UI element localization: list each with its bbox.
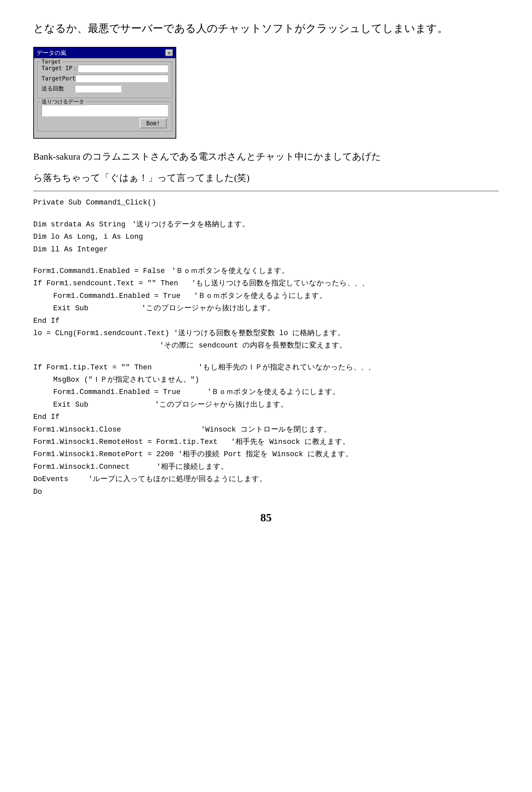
- target-ip-input[interactable]: [78, 65, 168, 72]
- code-dim1: Dim strdata As String '送りつけるデータを格納します。: [33, 218, 499, 231]
- code-line14: DoEvents 'ループに入ってもほかに処理が回るようにします。: [33, 473, 499, 485]
- line3-text: Form1.Command1.Enabled = True: [53, 290, 180, 302]
- dialog-titlebar: データの嵐 ×: [34, 47, 175, 58]
- chat-text-1: Bank-sakura のコラムニストさんである電スポさんとチャット中にかまして…: [33, 149, 499, 165]
- target-port-input[interactable]: [75, 75, 168, 82]
- line6-comment: 'もし相手先のＩＰが指定されていなかったら、、、: [198, 362, 375, 374]
- code-dim2: Dim lo As Long, i As Long: [33, 231, 499, 243]
- endif1-text: End If: [33, 315, 59, 327]
- page-number: 85: [33, 511, 499, 524]
- data-group-label: 送りつけるデータ: [40, 98, 86, 105]
- code-dim3: Dim ll As Integer: [33, 244, 499, 256]
- line10-text: Form1.Winsock1.Close: [33, 424, 121, 436]
- dim3-text: Dim ll As Integer: [33, 244, 108, 256]
- code-line4: Exit Sub 'このプロシージャから抜け出します。: [33, 302, 499, 314]
- dialog-body: Target Target IP： TargetPort 送る回数 送りつけるデ…: [34, 58, 175, 138]
- dialog-window: データの嵐 × Target Target IP： TargetPort 送る回…: [33, 47, 176, 139]
- target-group: Target Target IP： TargetPort 送る回数: [37, 61, 172, 98]
- code-line15: Do: [33, 486, 499, 498]
- code-line2: If Form1.sendcount.Text = "" Then 'もし送りつ…: [33, 277, 499, 290]
- line10-comment: 'Winsock コントロールを閉じます。: [201, 424, 331, 436]
- divider: [33, 191, 499, 191]
- line11-comment: '相手先を Winsock に教えます。: [231, 436, 350, 448]
- dialog-title: データの嵐: [37, 49, 66, 57]
- line14-comment: 'ループに入ってもほかに処理が回るようにします。: [89, 473, 267, 485]
- target-ip-label: Target IP：: [41, 64, 78, 72]
- line9-text: Exit Sub: [53, 399, 89, 411]
- code-endif2: End If: [33, 411, 499, 423]
- target-port-field: TargetPort: [41, 75, 168, 82]
- endif2-text: End If: [33, 411, 59, 423]
- line14-text: DoEvents: [33, 473, 69, 485]
- sub-header-text: Private Sub Command1_Click(): [33, 196, 156, 209]
- bom-button[interactable]: Bom!: [140, 118, 167, 128]
- line1-comment: 'Ｂｏｍボタンを使えなくします。: [172, 265, 289, 277]
- line7-text: MsgBox ("ＩＰが指定されていません。"): [53, 374, 199, 386]
- line5b-comment: 'その際に sendcount の内容を長整数型に変えます。: [159, 340, 347, 352]
- code-line5b: 'その際に sendcount の内容を長整数型に変えます。: [33, 340, 499, 352]
- line8-text: Form1.Command1.Enabled = True: [53, 386, 180, 398]
- code-line11: Form1.Winsock1.RemoteHost = Form1.tip.Te…: [33, 436, 499, 448]
- target-ip-field: Target IP：: [41, 64, 168, 72]
- dim1-text: Dim strdata As String: [33, 218, 125, 231]
- page-content: となるか、最悪でサーバーである人のチャットソフトがクラッシュしてしまいます。 デ…: [33, 20, 499, 524]
- line6-text: If Form1.tip.Text = "" Then: [33, 362, 152, 374]
- line4-comment: 'このプロシージャから抜け出します。: [141, 302, 274, 314]
- target-group-label: Target: [40, 59, 62, 65]
- intro-text: となるか、最悪でサーバーである人のチャットソフトがクラッシュしてしまいます。: [33, 20, 499, 37]
- code-line10: Form1.Winsock1.Close 'Winsock コントロールを閉じま…: [33, 424, 499, 436]
- code-endif1: End If: [33, 315, 499, 327]
- send-count-label: 送る回数: [41, 85, 75, 93]
- blank-line-3: [33, 352, 499, 362]
- data-group: 送りつけるデータ Bom!: [37, 101, 172, 131]
- line8-comment: 'Ｂｏｍボタンを使えるようにします。: [207, 386, 340, 398]
- data-input[interactable]: [41, 104, 168, 116]
- line4-text: Exit Sub: [53, 302, 89, 314]
- line2-comment: 'もし送りつける回数を指定していなかったら、、、: [191, 277, 369, 290]
- line13-comment: '相手に接続します。: [156, 461, 228, 473]
- line9-comment: 'このプロシージャから抜け出します。: [155, 399, 288, 411]
- code-sub-header: Private Sub Command1_Click(): [33, 196, 499, 209]
- blank-line-2: [33, 256, 499, 265]
- dim1-comment: '送りつけるデータを格納します。: [132, 218, 249, 231]
- code-line12: Form1.Winsock1.RemotePort = 2200 '相手の接続 …: [33, 448, 499, 461]
- code-line13: Form1.Winsock1.Connect '相手に接続します。: [33, 461, 499, 473]
- code-line8: Form1.Command1.Enabled = True 'Ｂｏｍボタンを使え…: [33, 386, 499, 398]
- line15-text: Do: [33, 486, 42, 498]
- line11-text: Form1.Winsock1.RemoteHost = Form1.tip.Te…: [33, 436, 218, 448]
- code-line6: If Form1.tip.Text = "" Then 'もし相手先のＩＰが指定…: [33, 362, 499, 374]
- code-line9: Exit Sub 'このプロシージャから抜け出します。: [33, 399, 499, 411]
- line5-text: lo = CLng(Form1.sendcount.Text) '送りつける回数…: [33, 327, 345, 340]
- line13-text: Form1.Winsock1.Connect: [33, 461, 130, 473]
- button-row: Bom!: [41, 118, 168, 128]
- line12-text: Form1.Winsock1.RemotePort = 2200 '相手の接続 …: [33, 448, 353, 461]
- line3-comment: 'Ｂｏｍボタンを使えるようにします。: [194, 290, 326, 302]
- send-count-field: 送る回数: [41, 85, 168, 93]
- line2-text: If Form1.sendcount.Text = "" Then: [33, 277, 178, 290]
- code-line1: Form1.Command1.Enabled = False 'Ｂｏｍボタンを使…: [33, 265, 499, 277]
- dialog-close-button[interactable]: ×: [166, 50, 173, 56]
- blank-line-1: [33, 209, 499, 218]
- code-section: Private Sub Command1_Click() Dim strdata…: [33, 196, 499, 498]
- code-line5: lo = CLng(Form1.sendcount.Text) '送りつける回数…: [33, 327, 499, 340]
- line1-text: Form1.Command1.Enabled = False: [33, 265, 165, 277]
- code-line7: MsgBox ("ＩＰが指定されていません。"): [33, 374, 499, 386]
- code-line3: Form1.Command1.Enabled = True 'Ｂｏｍボタンを使え…: [33, 290, 499, 302]
- chat-text-2: ら落ちちゃって「ぐはぁ！」って言ってました(笑): [33, 170, 499, 186]
- send-count-input[interactable]: [75, 85, 121, 93]
- target-port-label: TargetPort: [41, 75, 75, 82]
- dim2-text: Dim lo As Long, i As Long: [33, 231, 143, 243]
